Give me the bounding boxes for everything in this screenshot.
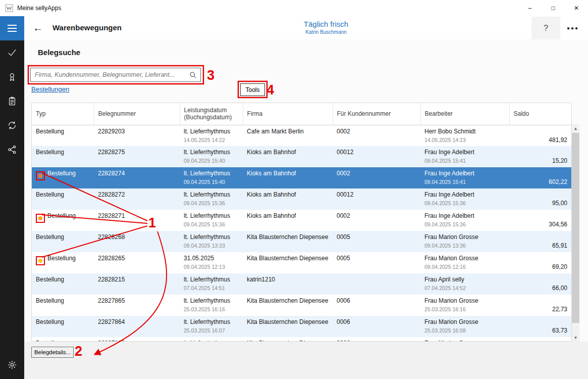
footer-area [24, 342, 588, 379]
cell-bearbeiter: Frau Inge Adelbert09.04.2025 15:41 [420, 167, 509, 188]
table-row[interactable]: Bestellung22828271lt. Lieferrhythmus09.0… [32, 210, 571, 231]
company-name: Täglich frisch [304, 20, 348, 28]
cell-bearbeiter: Frau Marion Grosse25.03.2025 16:08 [420, 316, 509, 337]
cell-typ: Bestellung [32, 295, 94, 316]
window-controls: – □ ✕ [518, 0, 588, 16]
settings-icon[interactable] [0, 353, 24, 377]
section-title: Belegsuche [38, 48, 80, 57]
cell-leistungsdatum: lt. Lieferrhythmus07.04.2025 14:51 [180, 273, 243, 295]
cell-typ: Bestellung [32, 146, 94, 167]
cell-typ: Bestellung [32, 167, 94, 188]
sidebar-icon-list [0, 40, 24, 162]
tools-button[interactable]: Tools [240, 83, 265, 96]
cell-firma: Kioks am Bahnhof [243, 210, 333, 231]
table-row[interactable]: Bestellung22827865lt. Lieferrhythmus25.0… [32, 295, 571, 316]
cell-leistungsdatum: lt. Lieferrhythmus25.03.2025 16:16 [180, 295, 243, 316]
scroll-up-icon[interactable]: ▲ [572, 124, 579, 132]
cell-leistungsdatum: lt. Lieferrhythmus09.04.2025 15:36 [180, 210, 243, 231]
menu-icon[interactable] [0, 16, 24, 40]
sync-icon[interactable] [0, 113, 24, 137]
column-header[interactable]: Saldo [509, 103, 571, 125]
close-button[interactable]: ✕ [565, 0, 588, 16]
cell-kundennummer: 0002 [333, 125, 420, 146]
help-button[interactable]: ? [531, 17, 560, 39]
back-button[interactable]: ← [30, 20, 45, 36]
column-header[interactable]: Typ [32, 103, 94, 125]
scroll-thumb[interactable] [572, 133, 579, 323]
cell-belegnummer: 22827864 [94, 316, 180, 337]
search-box [30, 68, 201, 82]
table-row[interactable]: Bestellung22828268lt. Lieferrhythmus09.0… [32, 231, 571, 252]
cell-saldo: 304,56 [509, 210, 571, 231]
app-window: Meine sellyApps – □ ✕ ← Warenbewegungen … [0, 0, 588, 379]
more-button[interactable]: ●●● [563, 16, 583, 39]
cell-leistungsdatum: lt. Lieferrhythmus09.04.2025 15:40 [180, 146, 243, 167]
tab-bestellungen[interactable]: Bestellungen [31, 85, 69, 93]
search-input[interactable] [31, 71, 185, 78]
column-header[interactable]: Für Kundennummer [333, 103, 420, 125]
table-row[interactable]: Bestellung22828274lt. Lieferrhythmus09.0… [32, 167, 571, 188]
header: ← Warenbewegungen Täglich frisch Katrin … [24, 16, 588, 39]
maximize-button[interactable]: □ [542, 0, 565, 16]
cell-saldo: 15,20 [509, 146, 571, 167]
table-row[interactable]: Bestellung22827864lt. Lieferrhythmus25.0… [32, 316, 571, 337]
account-info: Täglich frisch Katrin Buschmann [304, 20, 348, 35]
cell-firma: Kioks am Bahnhof [243, 146, 333, 167]
cell-leistungsdatum: lt. Lieferrhythmus09.04.2025 13:33 [180, 231, 243, 252]
cell-saldo: 95,00 [509, 188, 571, 210]
share-icon[interactable] [0, 137, 24, 162]
cell-typ: Bestellung [32, 252, 94, 273]
belegdetails-button[interactable]: Belegdetails... [31, 347, 74, 358]
cell-kundennummer: 0002 [333, 167, 420, 188]
titlebar: Meine sellyApps – □ ✕ [0, 0, 588, 16]
column-header[interactable]: Bearbeiter [420, 103, 509, 125]
cell-belegnummer: 22828275 [94, 146, 180, 167]
minimize-button[interactable]: – [518, 0, 542, 16]
cell-bearbeiter: Frau Inge Adelbert09.04.2025 15:36 [420, 210, 509, 231]
cell-kundennummer: 0006 [333, 295, 420, 316]
cell-saldo: 63,73 [509, 316, 571, 337]
cell-saldo [509, 337, 571, 342]
cell-firma: Kioks am Bahnhof [243, 188, 333, 210]
column-header[interactable]: Leistungsdatum(Buchungsdatum) [180, 103, 243, 125]
certificate-icon[interactable] [0, 65, 24, 89]
scroll-down-icon[interactable]: ▼ [572, 334, 579, 342]
table-row[interactable]: Bestellung22828215lt. Lieferrhythmus07.0… [32, 273, 571, 295]
cell-belegnummer: 22827865 [94, 295, 180, 316]
column-header[interactable]: Firma [243, 103, 333, 125]
table-row[interactable]: Bestellung22827862lt. LieferrhythmusKita… [32, 337, 571, 342]
cell-kundennummer: 00012 [333, 188, 420, 210]
cell-belegnummer: 22828274 [94, 167, 180, 188]
status-dot-highlight-box [36, 171, 45, 180]
cell-typ: Bestellung [32, 125, 94, 146]
page-title: Warenbewegungen [52, 23, 122, 32]
tasks-icon[interactable] [0, 40, 24, 65]
cell-typ: Bestellung [32, 273, 94, 295]
table-header-row: TypBelegnummerLeistungsdatum(Buchungsdat… [32, 103, 571, 125]
column-header[interactable]: Belegnummer [94, 103, 180, 125]
cell-kundennummer: 0006 [333, 316, 420, 337]
cell-firma: Kita Blausternchen Diepensee [243, 316, 333, 337]
cell-belegnummer: 22828272 [94, 188, 180, 210]
table-row[interactable]: Bestellung22828275lt. Lieferrhythmus09.0… [32, 146, 571, 167]
table-row[interactable]: Bestellung22829203lt. Lieferrhythmus14.0… [32, 125, 571, 146]
cell-kundennummer: 00012 [333, 146, 420, 167]
cell-leistungsdatum: lt. Lieferrhythmus09.04.2025 15:36 [180, 188, 243, 210]
table-row[interactable]: Bestellung2282826531.05.202509.04.2025 1… [32, 252, 571, 273]
cell-kundennummer [333, 273, 420, 295]
cell-firma: Cafe am Markt Berlin [243, 125, 333, 146]
cell-saldo: 69,20 [509, 252, 571, 273]
table-row[interactable]: Bestellung22828272lt. Lieferrhythmus09.0… [32, 188, 571, 210]
cell-typ: Bestellung [32, 210, 94, 231]
sidebar [0, 16, 24, 379]
cell-kundennummer: 0005 [333, 252, 420, 273]
cell-typ: Bestellung [32, 316, 94, 337]
vertical-scrollbar[interactable]: ▲ ▼ [572, 124, 579, 342]
cell-bearbeiter: Frau Marion Grosse25.03.2025 16:16 [420, 295, 509, 316]
cell-saldo: 65,91 [509, 231, 571, 252]
clipboard-icon[interactable] [0, 89, 24, 113]
window-title: Meine sellyApps [17, 5, 61, 12]
cell-typ: Bestellung [32, 337, 94, 342]
cell-bearbeiter: Frau Marion Grosse09.04.2025 12:16 [420, 252, 509, 273]
search-icon[interactable] [185, 71, 200, 79]
